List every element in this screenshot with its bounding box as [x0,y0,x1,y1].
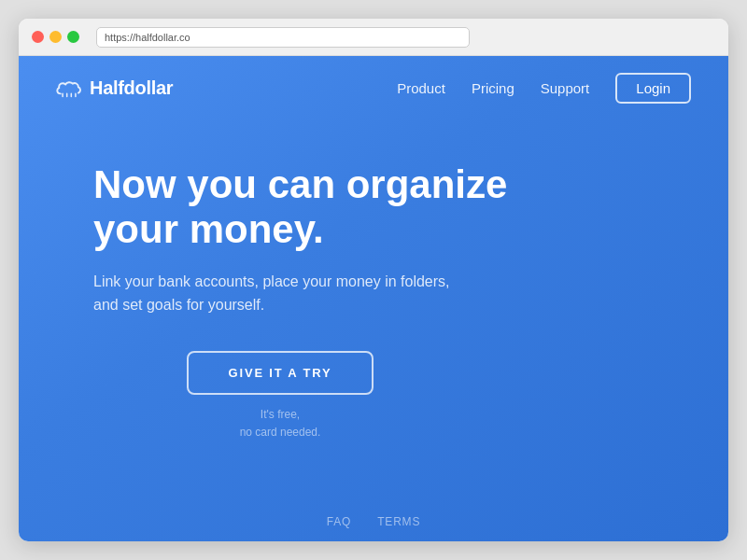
browser-chrome: https://halfdollar.co [19,19,728,56]
nav-link-support[interactable]: Support [541,80,590,96]
brand-logo-icon [56,79,82,98]
footer-link-faq[interactable]: FAQ [327,515,351,528]
login-button[interactable]: Login [615,73,691,104]
maximize-button[interactable] [67,31,79,43]
hero-subtext: Link your bank accounts, place your mone… [93,271,467,317]
brand: Halfdollar [56,77,173,99]
hero-headline: Now you can organize your money. [93,162,542,253]
url-text: https://halfdollar.co [105,32,190,43]
cta-button[interactable]: GIVE IT A TRY [187,351,374,395]
nav-link-pricing[interactable]: Pricing [472,80,514,96]
cta-sub-line1: It's free, [261,408,300,421]
site-footer: FAQ TERMS [19,502,728,541]
minimize-button[interactable] [49,31,62,43]
address-bar[interactable]: https://halfdollar.co [96,27,470,48]
nav-links: Product Pricing Support Login [397,73,691,104]
close-button[interactable] [32,31,44,43]
cta-wrapper: GIVE IT A TRY It's free, no card needed. [93,351,467,441]
traffic-lights [32,31,79,43]
navbar: Halfdollar Product Pricing Support Login [19,56,728,120]
cta-sub-line2: no card needed. [240,426,321,439]
brand-name: Halfdollar [90,77,173,99]
footer-link-terms[interactable]: TERMS [377,515,420,528]
cta-subtext: It's free, no card needed. [240,406,321,441]
hero-section: Now you can organize your money. Link yo… [19,120,728,502]
nav-link-product[interactable]: Product [397,80,445,96]
site-content: Halfdollar Product Pricing Support Login… [19,56,728,541]
browser-window: https://halfdollar.co Halfdollar Product… [19,19,728,541]
